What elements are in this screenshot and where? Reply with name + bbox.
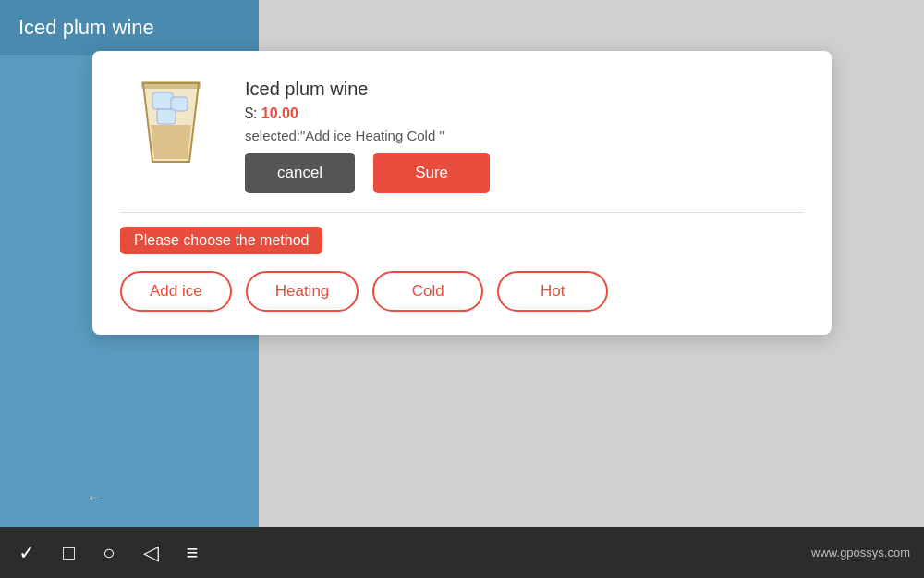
product-image-svg (120, 74, 222, 176)
method-label: Please choose the method (120, 227, 322, 254)
svg-rect-4 (157, 109, 176, 124)
circle-icon[interactable]: ○ (103, 541, 115, 565)
method-options: Add ice Heating Cold Hot (120, 271, 804, 312)
price-value: 10.00 (261, 105, 298, 121)
square-icon[interactable]: □ (63, 541, 75, 565)
product-name: Iced plum wine (245, 79, 804, 100)
checkmark-icon[interactable]: ✓ (18, 541, 35, 565)
product-selected: selected:"Add ice Heating Cold " (245, 128, 804, 143)
method-add-ice[interactable]: Add ice (120, 271, 232, 312)
product-dialog: Iced plum wine $: 10.00 selected:"Add ic… (92, 51, 832, 335)
menu-icon[interactable]: ≡ (187, 541, 199, 565)
product-image (120, 74, 222, 176)
app-title: Iced plum wine (18, 16, 154, 40)
back-nav-icon[interactable]: ◁ (143, 541, 159, 565)
product-price: $: 10.00 (245, 105, 804, 122)
bottom-back-icon: ← (86, 488, 103, 507)
bottom-bar: ✓ □ ○ ◁ ≡ www.gpossys.com (0, 527, 924, 578)
method-cold[interactable]: Cold (372, 271, 483, 312)
method-section: Please choose the method Add ice Heating… (120, 227, 804, 312)
product-info: Iced plum wine $: 10.00 selected:"Add ic… (245, 74, 804, 193)
bottom-navigation: ✓ □ ○ ◁ ≡ (18, 541, 198, 565)
bottom-back-button[interactable]: ← (60, 481, 128, 515)
sure-button[interactable]: Sure (373, 153, 490, 193)
watermark: www.gpossys.com (811, 546, 910, 560)
cancel-button[interactable]: cancel (245, 153, 355, 193)
method-hot[interactable]: Hot (497, 271, 608, 312)
top-bar: Iced plum wine (0, 0, 259, 55)
method-heating[interactable]: Heating (246, 271, 359, 312)
modal-divider (120, 212, 804, 213)
svg-marker-5 (151, 125, 191, 159)
svg-rect-2 (152, 92, 173, 109)
price-label: $: (245, 105, 257, 121)
modal-actions: cancel Sure (245, 153, 804, 193)
modal-header: Iced plum wine $: 10.00 selected:"Add ic… (120, 74, 804, 193)
